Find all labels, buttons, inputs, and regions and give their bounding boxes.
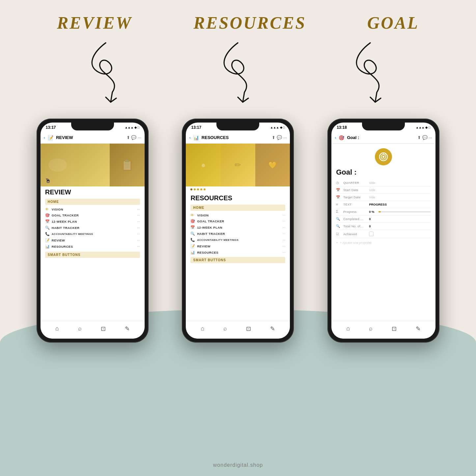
quarter-name: QUARTER [343,181,366,184]
nav-bar-resources: ‹ 📊 RESOURCES ⬆ 💬 ··· [186,132,290,144]
arrow-goal [344,40,397,105]
arrow-resources [211,40,264,105]
arrows-row [0,40,476,105]
menu-item-vision-resources[interactable]: 👁 VISION ··· [190,212,285,218]
title-goal: GOAL [367,13,419,33]
progress-name: Progress [343,210,366,213]
bottom-nav-resources: ⌂ ⌕ ⊡ ✎ [186,321,290,339]
totalno-name: Total No. of... [343,224,366,228]
hero-img-2 [75,144,110,186]
menu-item-habit-resources[interactable]: 🔍 HABIT TRACKER ··· [190,231,285,237]
footer: wonderdigital.shop [0,462,476,468]
progress-fill [378,211,381,212]
notch-resources [216,123,259,130]
resources-icon-resources: 📊 [190,250,195,255]
add-property-row[interactable]: + + Ajouter une propriété [331,238,435,247]
accountability-label-review: ACCOUNTABILITY MEETINGS [52,233,135,236]
status-time-goal: 13:18 [337,125,347,130]
achieved-checkbox[interactable] [369,232,374,236]
review-dots-review: ··· [137,238,140,242]
search-icon-review[interactable]: ⌕ [78,325,82,332]
habit-dots-review: ··· [137,226,140,230]
search-icon-resources[interactable]: ⌕ [223,325,227,332]
menu-item-resources-review[interactable]: 📊 RESOURCES ··· [45,243,140,250]
menu-item-goaltracker-resources[interactable]: 🎯 GOAL TRACKER ··· [190,218,285,224]
status-icons-resources: ▲▲▲ ◆ □ [270,126,285,129]
page-title-review: REVIEW [45,188,140,196]
review-icon-resources: 📝 [190,244,195,248]
prop-text: ≡ TEXT PROGRESS [336,201,431,208]
nav-title-review: REVIEW [56,135,124,140]
arrow-review [79,40,132,105]
home-icon-review[interactable]: ⌂ [55,325,59,332]
img-pattern-r1: ● [186,144,220,186]
nav-actions-review: ⬆ 💬 ··· [126,135,141,140]
menu-item-vision-review[interactable]: 👁 VISION ··· [45,206,140,212]
nav-bar-goal: ‹ 🎯 Goal : ⬆ 💬 ··· [331,132,435,144]
startdate-value: Vide [369,188,375,192]
img-pattern-r2: ✏ [221,144,255,186]
hero-img-r2: ✏ [221,144,255,186]
resources-icon-review: 📊 [45,244,50,249]
progress-value: 0 % [369,210,374,213]
edit-icon-goal[interactable]: ✎ [416,325,421,332]
status-time-review: 13:17 [46,125,56,130]
hero-img-3: 📋 [110,144,144,186]
menu-item-accountability-resources[interactable]: 📞 ACCOUNTABILITY MEETINGS ··· [190,237,285,243]
12week-icon-review: 📅 [45,219,50,224]
dot-2 [194,188,196,190]
completed-value: 0 [369,217,371,221]
hero-img-r3: 💛 [255,144,290,186]
menu-item-accountability-review[interactable]: 📞 ACCOUNTABILITY MEETINGS ··· [45,231,140,237]
section-home-review: HOME [45,199,140,205]
nav-back-review[interactable]: ‹ [44,135,45,140]
menu-item-12week-review[interactable]: 📅 12-WEEK PLAN ··· [45,218,140,225]
inbox-icon-goal[interactable]: ⊡ [392,325,397,332]
accountability-dots-resources: ··· [283,238,285,242]
quarter-icon: ◷ [336,181,341,184]
nav-back-goal[interactable]: ‹ [335,135,336,140]
dot-5 [204,188,206,190]
achieved-icon: ☑ [336,232,341,236]
text-icon: ≡ [336,203,341,206]
menu-item-resources-resources[interactable]: 📊 RESOURCES ··· [190,249,285,256]
12week-icon-resources: 📅 [190,225,195,230]
status-icons-review: ▲▲▲ ◆ □ [125,126,139,129]
home-icon-resources[interactable]: ⌂ [201,325,205,332]
bottom-nav-goal: ⌂ ⌕ ⊡ ✎ [331,321,435,339]
menu-item-review-review[interactable]: 📝 REVIEW ··· [45,237,140,243]
startdate-icon: 📅 [336,188,341,192]
12week-dots-review: ··· [137,220,140,223]
add-icon: + [336,241,338,244]
svg-point-3 [382,156,384,158]
hero-images-resources: ● ✏ 💛 [186,144,290,186]
dot-4 [200,188,202,190]
edit-icon-review[interactable]: ✎ [125,325,130,332]
12week-dots-resources: ··· [283,226,285,229]
bottom-nav-review: ⌂ ⌕ ⊡ ✎ [41,321,145,339]
section-smart-resources: SMART BUTTONS [190,257,285,263]
nav-back-resources[interactable]: ‹ [189,135,190,140]
home-icon-goal[interactable]: ⌂ [346,325,350,332]
habit-label-review: HABIT TRACKER [52,226,135,230]
habit-dots-resources: ··· [283,232,285,236]
review-label-review: REVIEW [52,238,135,242]
review-dots-resources: ··· [283,244,285,248]
page-content-resources: RESOURCES HOME 👁 VISION ··· 🎯 GOAL TRACK… [186,192,290,265]
page-title-resources: RESOURCES [190,194,285,202]
habit-icon-resources: 🔍 [190,232,195,236]
vision-icon-resources: 👁 [190,213,195,217]
inbox-icon-resources[interactable]: ⊡ [246,325,251,332]
menu-item-habit-review[interactable]: 🔍 HABIT TRACKER ··· [45,225,140,231]
goaltracker-icon-resources: 🎯 [190,219,195,223]
totalno-icon: 🔍 [336,224,341,228]
menu-item-review-resources[interactable]: 📝 REVIEW ··· [190,243,285,249]
inbox-icon-review[interactable]: ⊡ [101,325,106,332]
menu-item-12week-resources[interactable]: 📅 12-WEEK PLAN ··· [190,224,285,231]
vision-label-resources: VISION [197,213,281,217]
search-icon-goal[interactable]: ⌕ [369,325,373,332]
svg-point-0 [48,158,67,172]
totalno-value: 0 [369,224,371,228]
menu-item-goaltracker-review[interactable]: 🎯 GOAL TRACKER ··· [45,212,140,218]
edit-icon-resources[interactable]: ✎ [270,325,275,332]
